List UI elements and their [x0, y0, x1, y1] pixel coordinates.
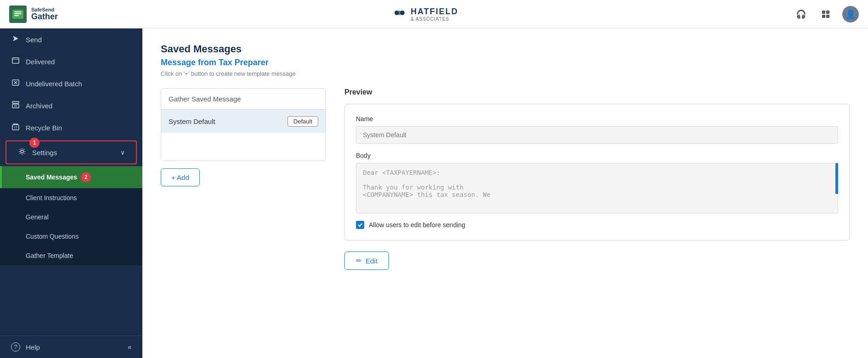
- recycle-icon: [11, 123, 20, 132]
- sidebar: Send Delivered: [0, 28, 142, 358]
- custom-questions-label: Custom Questions: [26, 233, 79, 240]
- sidebar-footer: ? Help «: [0, 336, 142, 358]
- general-label: General: [26, 213, 49, 221]
- undelivered-icon: [11, 79, 20, 88]
- svg-rect-7: [822, 11, 825, 14]
- checkbox-row: Allow users to edit before sending: [356, 221, 838, 229]
- sidebar-item-delivered[interactable]: Delivered: [0, 50, 142, 73]
- svg-rect-20: [12, 125, 19, 130]
- sidebar-item-undelivered[interactable]: Undelivered Batch: [0, 73, 142, 95]
- sidebar-archived-label: Archived: [26, 102, 131, 110]
- name-field-label: Name: [356, 115, 838, 123]
- section-hint: Click on '+' button to create new templa…: [161, 70, 850, 77]
- svg-rect-12: [12, 58, 19, 63]
- page-title: Saved Messages: [161, 43, 850, 55]
- sidebar-item-recycle[interactable]: Recycle Bin: [0, 117, 142, 139]
- svg-point-26: [21, 150, 23, 153]
- body-textarea[interactable]: Dear <TAXPAYERNAME>: Thank you for worki…: [356, 163, 838, 213]
- sidebar-help[interactable]: ? Help: [11, 342, 40, 352]
- settings-icon: [17, 148, 27, 157]
- gather-template-label: Gather Template: [26, 252, 73, 259]
- logo-icon: [9, 6, 27, 23]
- scrollbar-indicator: [835, 163, 838, 194]
- sidebar-nav: Send Delivered: [0, 28, 142, 336]
- svg-rect-9: [822, 15, 825, 18]
- submenu-saved-messages[interactable]: Saved Messages 2: [0, 166, 142, 188]
- saved-messages-badge: 2: [81, 172, 91, 182]
- preview-card: Name Body Dear <TAXPAYERNAME>: Thank you…: [344, 104, 850, 241]
- headset-icon[interactable]: 🎧: [793, 6, 809, 22]
- submenu-client-instructions[interactable]: Client Instructions: [0, 188, 142, 207]
- user-avatar[interactable]: 👤: [842, 6, 859, 22]
- sidebar-delivered-label: Delivered: [26, 58, 131, 66]
- company-logo-icon: [392, 6, 407, 22]
- svg-rect-1: [14, 11, 22, 12]
- svg-rect-17: [12, 101, 19, 103]
- collapse-sidebar-button[interactable]: «: [128, 343, 131, 351]
- settings-chevron: ∨: [120, 149, 125, 156]
- company-sub: & ASSOCIATES: [411, 17, 458, 22]
- delivered-icon: [11, 57, 20, 66]
- company-logo: HATFIELD & ASSOCIATES: [392, 6, 458, 22]
- name-input[interactable]: [356, 126, 838, 144]
- sidebar-send-label: Send: [26, 36, 131, 44]
- settings-submenu: Saved Messages 2 Client Instructions Gen…: [0, 166, 142, 265]
- right-panel: Preview Name Body Dear <TAXPAYERNAME>: T…: [344, 88, 850, 270]
- message-list-header: Gather Saved Message: [161, 89, 326, 110]
- body-textarea-wrapper: Dear <TAXPAYERNAME>: Thank you for worki…: [356, 163, 838, 215]
- edit-icon: ✏: [356, 257, 362, 265]
- sidebar-item-send[interactable]: Send: [0, 28, 142, 50]
- archived-icon: [11, 101, 20, 110]
- left-panel: Gather Saved Message System Default Defa…: [161, 88, 326, 270]
- svg-marker-11: [13, 36, 18, 41]
- svg-rect-8: [826, 11, 829, 14]
- content-grid: Gather Saved Message System Default Defa…: [161, 88, 850, 270]
- company-name: HATFIELD: [411, 7, 458, 17]
- sidebar-item-archived[interactable]: Archived: [0, 95, 142, 117]
- help-icon: ?: [11, 342, 20, 352]
- top-header: SafeSend Gather HATFIELD & ASSOCIATES 🎧: [0, 0, 868, 28]
- svg-point-6: [397, 11, 402, 15]
- settings-badge: 1: [29, 138, 39, 148]
- send-icon: [11, 35, 20, 44]
- help-label: Help: [26, 343, 40, 351]
- sidebar-recycle-label: Recycle Bin: [26, 124, 131, 132]
- allow-edit-checkbox[interactable]: [356, 221, 364, 229]
- add-message-button[interactable]: + Add: [161, 168, 200, 186]
- section-title: Message from Tax Preparer: [161, 58, 850, 67]
- sidebar-undelivered-label: Undelivered Batch: [26, 80, 131, 88]
- submenu-general[interactable]: General: [0, 207, 142, 227]
- edit-label: Edit: [366, 257, 378, 265]
- logo-area: SafeSend Gather: [9, 6, 58, 23]
- message-list-empty: [161, 133, 326, 161]
- svg-rect-2: [14, 13, 22, 14]
- edit-button[interactable]: ✏ Edit: [344, 252, 389, 270]
- logo-text: SafeSend Gather: [31, 7, 58, 21]
- saved-messages-label: Saved Messages: [26, 173, 77, 181]
- body-field-label: Body: [356, 152, 838, 159]
- preview-label: Preview: [344, 88, 850, 96]
- message-list-card: Gather Saved Message System Default Defa…: [161, 88, 326, 161]
- logo-gather-text: Gather: [31, 12, 58, 21]
- submenu-gather-template[interactable]: Gather Template: [0, 246, 142, 265]
- svg-rect-10: [826, 15, 829, 18]
- sidebar-settings-label: Settings: [32, 149, 115, 157]
- header-right: 🎧 👤: [793, 6, 859, 22]
- system-default-name: System Default: [169, 117, 215, 125]
- svg-rect-3: [14, 15, 19, 16]
- checkbox-label: Allow users to edit before sending: [369, 221, 465, 229]
- message-list-item-system-default[interactable]: System Default Default: [161, 110, 326, 133]
- grid-icon[interactable]: [817, 6, 834, 22]
- submenu-custom-questions[interactable]: Custom Questions: [0, 227, 142, 246]
- sidebar-item-settings[interactable]: 1 Settings ∨: [6, 140, 137, 164]
- main-content: Saved Messages Message from Tax Preparer…: [142, 28, 868, 358]
- default-badge: Default: [287, 116, 318, 127]
- main-layout: Send Delivered: [0, 28, 868, 358]
- client-instructions-label: Client Instructions: [26, 194, 77, 201]
